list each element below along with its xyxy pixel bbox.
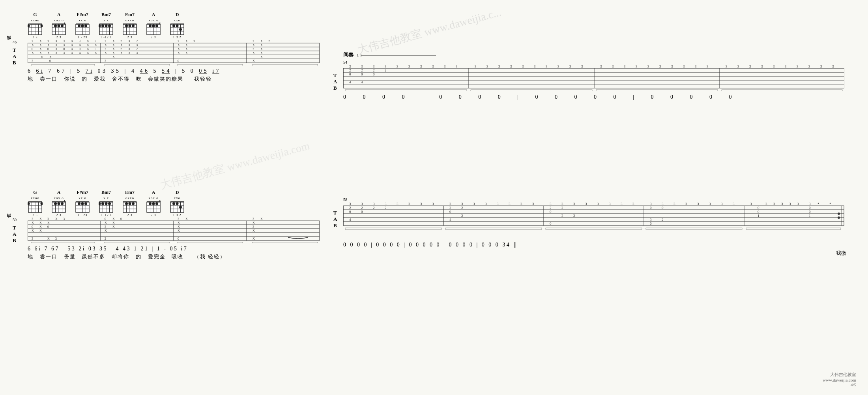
svg-text:1: 1 [809, 214, 811, 218]
svg-text:0: 0 [662, 206, 664, 210]
svg-text:3: 3 [373, 65, 375, 68]
svg-text:0: 0 [758, 206, 760, 210]
chord-A2-grid [146, 23, 161, 35]
section-top-left: G xxoo [12, 12, 320, 83]
svg-point-213 [54, 202, 57, 205]
svg-rect-488 [445, 228, 542, 229]
svg-text:0: 0 [32, 225, 33, 229]
text-end: 我微 [836, 250, 846, 256]
svg-text:3: 3 [534, 65, 536, 68]
svg-rect-491 [746, 228, 841, 229]
svg-point-255 [129, 202, 131, 205]
chord-A2: A xox o 2 [146, 12, 161, 39]
svg-point-267 [149, 202, 152, 205]
chord-A-grid [51, 23, 66, 35]
svg-point-65 [132, 24, 135, 27]
tab-staff-bottom-right: TAB 3 3 [343, 203, 848, 240]
svg-text:X: X [185, 218, 188, 221]
svg-point-254 [125, 202, 128, 205]
svg-text:0: 0 [178, 237, 179, 241]
svg-text:0: 0 [449, 210, 451, 214]
svg-text:0: 0 [178, 59, 179, 63]
svg-point-415 [838, 213, 840, 215]
svg-text:X: X [178, 43, 180, 47]
numbered-notation-top-left: 6 6 i 7 6 7 | 5 7 i 0 3 3 5 | 4 4 6 5 5 … [28, 68, 320, 74]
svg-text:X: X [71, 40, 73, 43]
svg-text:X: X [39, 221, 42, 225]
svg-text:3: 3 [55, 237, 57, 241]
svg-text:X: X [79, 43, 81, 47]
svg-text:3: 3 [432, 203, 434, 206]
svg-text:3: 3 [193, 40, 195, 43]
chord-D: D xxo 1 3 2 [170, 12, 185, 39]
svg-text:3: 3 [773, 65, 775, 68]
svg-point-91 [176, 24, 179, 27]
svg-text:3: 3 [737, 65, 739, 68]
svg-text:X: X [32, 51, 34, 55]
svg-text:3: 3 [32, 59, 33, 63]
svg-text:3: 3 [47, 218, 49, 221]
svg-text:4: 4 [349, 218, 351, 222]
svg-text:3: 3 [581, 65, 583, 68]
svg-point-90 [172, 24, 175, 27]
chord-Em7-grid [122, 23, 137, 35]
svg-rect-401 [722, 90, 842, 91]
svg-text:3: 3 [632, 203, 634, 206]
svg-text:2: 2 [373, 206, 375, 210]
svg-text:2: 2 [385, 68, 387, 72]
watermark: 大伟吉他教室 www.daweijia.c... [355, 5, 503, 58]
svg-text:3: 3 [498, 65, 500, 68]
svg-text:X: X [47, 237, 50, 241]
svg-point-92 [179, 28, 182, 31]
tab-label-top: TAB [13, 47, 16, 66]
svg-text:0: 0 [373, 72, 375, 76]
svg-text:X: X [178, 225, 180, 229]
svg-point-63 [125, 24, 128, 27]
svg-text:3: 3 [832, 65, 834, 68]
interlude-header: 间奏 1 [343, 51, 848, 58]
svg-text:3: 3 [408, 65, 410, 68]
svg-text:2: 2 [385, 206, 387, 210]
svg-text:X: X [95, 43, 97, 47]
svg-text:3: 3 [520, 203, 522, 206]
svg-rect-332 [32, 242, 95, 243]
svg-text:3: 3 [673, 203, 675, 206]
svg-rect-487 [345, 228, 441, 229]
svg-text:4: 4 [361, 80, 363, 84]
section-bottom-right: 58 TAB [343, 198, 848, 257]
svg-text:X: X [112, 221, 115, 225]
svg-text:3: 3 [707, 65, 709, 68]
svg-text:0: 0 [105, 218, 106, 221]
svg-text:2: 2 [461, 214, 463, 218]
svg-text:0: 0 [650, 222, 652, 226]
svg-text:3: 3 [63, 40, 65, 43]
svg-point-215 [61, 202, 64, 205]
svg-rect-398 [345, 90, 467, 91]
svg-point-256 [132, 202, 135, 205]
svg-text:3: 3 [820, 65, 822, 68]
svg-text:X: X [253, 43, 255, 47]
svg-point-79 [159, 23, 161, 24]
svg-text:3: 3 [683, 65, 685, 68]
svg-point-283 [179, 206, 182, 209]
svg-text:3: 3 [561, 214, 563, 218]
svg-text:X: X [39, 218, 42, 221]
svg-text:X: X [260, 218, 263, 221]
svg-text:X: X [260, 40, 263, 43]
svg-point-416 [838, 216, 840, 219]
svg-text:X: X [32, 43, 34, 47]
svg-text:3: 3 [349, 203, 351, 206]
chord-Bm7-b: Bm7 x x 1 [99, 190, 114, 217]
svg-text:3: 3 [709, 203, 711, 206]
svg-text:X: X [39, 40, 42, 43]
page: 大伟吉他教室 www.daweijia.c... 大伟吉他教室 www.dawe… [0, 0, 868, 395]
svg-text:3: 3 [624, 65, 626, 68]
svg-point-268 [152, 202, 155, 205]
tab-staff-svg-tr: 3 3 3 3 3 3 3 3 3 3 3 3 3 3 3 3 3 3 3 3 [343, 65, 844, 91]
svg-text:3: 3 [789, 203, 791, 206]
svg-text:X: X [39, 51, 42, 55]
svg-text:2: 2 [449, 206, 451, 210]
svg-point-25 [65, 23, 67, 24]
svg-text:X: X [87, 47, 89, 51]
svg-point-23 [58, 24, 60, 27]
